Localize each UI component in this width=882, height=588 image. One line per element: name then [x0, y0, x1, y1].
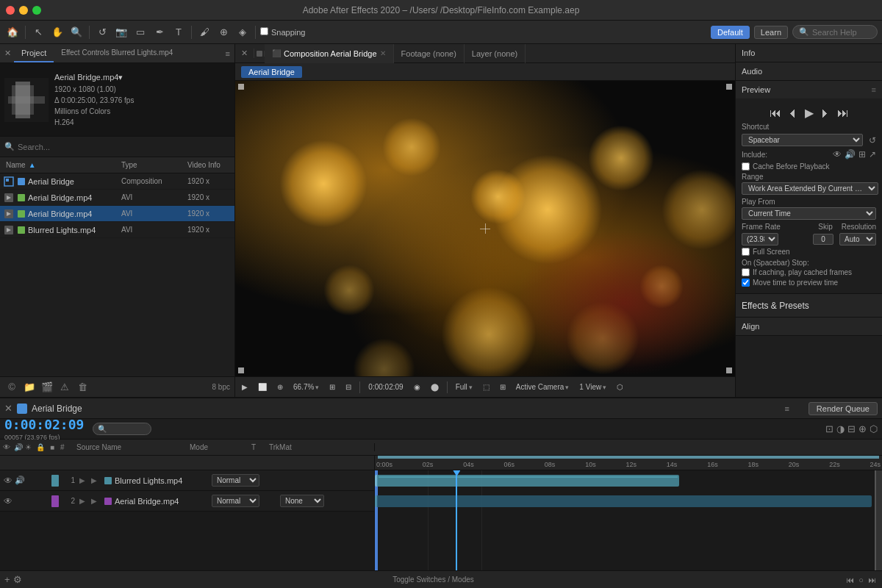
graph-editor-icon[interactable]: ⊟	[847, 423, 856, 434]
preview-section-header[interactable]: Preview ≡	[736, 81, 882, 98]
close-comp-icon[interactable]: ✕	[241, 49, 248, 58]
layer-1-expand-icon[interactable]: ▶	[79, 476, 90, 484]
info-section-header[interactable]: Info	[736, 44, 882, 62]
comp-settings-icon[interactable]: ⬡	[870, 423, 878, 434]
puppet-tool-icon[interactable]: ◈	[234, 24, 251, 40]
move-time-checkbox[interactable]	[742, 279, 750, 287]
project-search-input[interactable]	[18, 143, 230, 151]
overlay-include-icon[interactable]: ⊞	[858, 149, 866, 159]
list-item[interactable]: Aerial Bridge.mp4 AVI 1920 x	[0, 190, 234, 206]
layer-1-expand-icon-2[interactable]: ▶	[91, 476, 101, 484]
step-forward-icon[interactable]: ⏵	[820, 107, 831, 120]
viewer-settings-icon[interactable]: ⬜	[254, 382, 270, 392]
reset-shortcut-icon[interactable]: ↺	[869, 135, 876, 146]
workspace-button[interactable]: Default	[711, 26, 750, 39]
snapping-checkbox[interactable]	[260, 27, 268, 37]
frame-rate-select[interactable]: (23.98) ▾	[742, 233, 778, 245]
alpha-icon[interactable]: ⊕	[273, 382, 287, 392]
new-comp-icon[interactable]: ©	[4, 380, 19, 395]
region-of-interest-icon[interactable]: ⬚	[479, 382, 493, 392]
effects-presets-section[interactable]: Effects & Presets	[736, 294, 882, 318]
timeline-search-input[interactable]	[93, 423, 151, 435]
layer-1-bar[interactable]	[375, 475, 679, 487]
play-icon[interactable]: ▶	[805, 106, 814, 120]
transparency-icon[interactable]: ⊞	[496, 382, 509, 392]
camera-tool-icon[interactable]: 📷	[113, 24, 129, 40]
timeline-playhead[interactable]	[456, 470, 457, 570]
play-from-select[interactable]: Current Time	[742, 207, 876, 220]
timeline-menu-icon[interactable]: ≡	[784, 404, 789, 413]
panel-menu-icon[interactable]: ≡	[226, 49, 230, 58]
layer-2-mode-select[interactable]: Normal	[212, 495, 259, 507]
rotate-tool-icon[interactable]: ↺	[94, 24, 110, 40]
layer-1-visibility-icon[interactable]: 👁	[3, 476, 13, 486]
range-select[interactable]: Work Area Extended By Current …	[742, 182, 878, 195]
search-input[interactable]	[812, 28, 871, 37]
active-camera-control[interactable]: Active Camera	[512, 382, 573, 392]
timecode-display[interactable]: 0:00:02:09	[365, 382, 406, 392]
audio-section-header[interactable]: Audio	[736, 62, 882, 80]
preview-ram-icon[interactable]: ▶	[238, 382, 251, 392]
timeline-bars-area[interactable]	[375, 470, 882, 570]
close-panel-icon[interactable]: ✕	[4, 49, 11, 58]
delete-icon[interactable]: 🗑	[75, 380, 90, 395]
corner-handle-tl[interactable]	[238, 84, 244, 90]
nav-start-icon[interactable]: ⏮	[845, 576, 856, 584]
minimize-button[interactable]	[19, 6, 28, 15]
layer-2-expand-icon-2[interactable]: ▶	[91, 497, 101, 505]
go-to-start-icon[interactable]: ⏮	[770, 107, 781, 120]
tab-composition-aerial-bridge[interactable]: ⬛ Composition Aerial Bridge ✕	[265, 44, 394, 63]
select-tool-icon[interactable]: ↖	[30, 24, 46, 40]
motion-blur-icon[interactable]: ◑	[836, 423, 845, 434]
hand-tool-icon[interactable]: ✋	[49, 24, 65, 40]
nav-circle-icon[interactable]: ○	[857, 576, 865, 584]
maximize-button[interactable]	[32, 6, 41, 15]
col-type[interactable]: Type	[121, 161, 187, 169]
layer-row-2[interactable]: 👁 2 ▶ ▶ Aerial Bridge.mp4 Normal	[0, 491, 374, 512]
views-control[interactable]: 1 View	[576, 382, 610, 392]
list-item[interactable]: Aerial Bridge Composition 1920 x	[0, 173, 234, 190]
tab-effect-controls[interactable]: Effect Controls Blurred Lights.mp4	[54, 44, 180, 62]
col-info[interactable]: Video Info	[187, 161, 232, 169]
go-to-end-icon[interactable]: ⏭	[837, 107, 849, 120]
render-queue-button[interactable]: Render Queue	[808, 402, 878, 415]
list-item[interactable]: Blurred Lights.mp4 AVI 1920 x	[0, 222, 234, 238]
resolution-select[interactable]: Auto	[839, 233, 876, 245]
fullscreen-checkbox[interactable]	[742, 248, 750, 256]
learn-button[interactable]: Learn	[754, 26, 788, 39]
solo-switches-icon[interactable]: ⊡	[825, 423, 833, 434]
tab-project[interactable]: Project	[14, 44, 54, 62]
layer-2-trkmat-select[interactable]: None	[280, 495, 324, 507]
layer-row-1[interactable]: 👁 🔊 1 ▶ ▶ Blurred Lights.mp4 Normal	[0, 470, 374, 491]
tab-footage-none[interactable]: Footage (none)	[394, 44, 465, 63]
layer-2-expand-icon[interactable]: ▶	[79, 497, 90, 505]
toggle-switches-label[interactable]: Toggle Switches / Modes	[392, 576, 474, 584]
zoom-control[interactable]: 66.7%	[290, 382, 323, 392]
export-include-icon[interactable]: ↗	[869, 149, 876, 159]
grid-guides-icon[interactable]: ⊟	[342, 382, 355, 392]
shortcut-select[interactable]: Spacebar	[742, 134, 863, 146]
fit-to-viewer-icon[interactable]: ⊞	[326, 382, 339, 392]
rectangle-tool-icon[interactable]: ▭	[132, 24, 148, 40]
current-timecode[interactable]: 0:00:02:09	[4, 417, 84, 432]
layer-2-visibility-icon[interactable]: 👁	[3, 496, 13, 506]
new-layer-icon[interactable]: +	[4, 574, 10, 585]
solo-view-icon[interactable]: ◉	[410, 382, 424, 392]
find-missing-icon[interactable]: ⚠	[57, 380, 72, 395]
quality-control[interactable]: Full	[452, 382, 476, 392]
layer-1-audio-icon[interactable]: 🔊	[15, 476, 25, 485]
step-back-icon[interactable]: ⏴	[787, 107, 799, 120]
text-tool-icon[interactable]: T	[171, 24, 187, 40]
composition-viewer[interactable]	[235, 81, 735, 376]
skip-input[interactable]	[813, 234, 833, 245]
cache-checkbox[interactable]	[742, 162, 750, 171]
pen-tool-icon[interactable]: ✒	[151, 24, 168, 40]
close-button[interactable]	[6, 6, 15, 15]
corner-handle-bl[interactable]	[238, 368, 244, 373]
corner-handle-tr[interactable]	[726, 84, 732, 90]
cache-frames-checkbox[interactable]	[742, 268, 750, 276]
composition-tab-close[interactable]: ✕	[380, 49, 386, 57]
list-item[interactable]: Aerial Bridge.mp4 AVI 1920 x	[0, 206, 234, 222]
layer-settings-icon[interactable]: ⚙	[13, 574, 22, 585]
preview-menu-icon[interactable]: ≡	[872, 85, 876, 94]
